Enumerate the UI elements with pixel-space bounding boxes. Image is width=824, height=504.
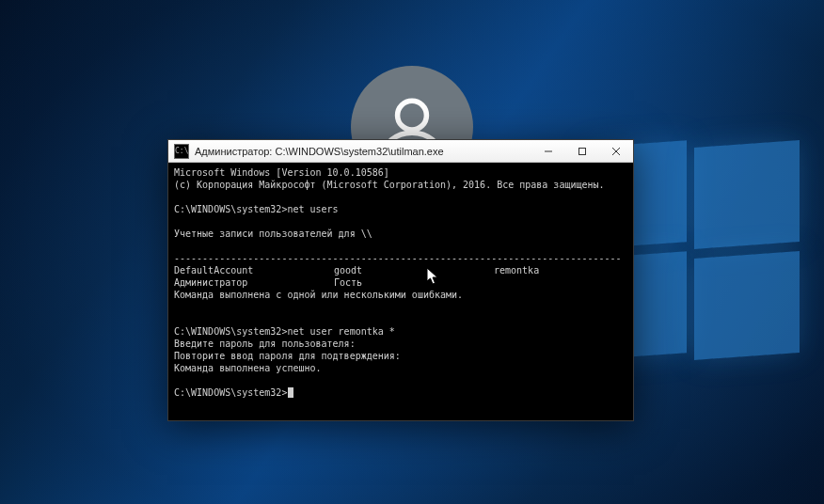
terminal-prompt: C:\WINDOWS\system32> xyxy=(174,386,627,399)
terminal-cursor xyxy=(288,387,293,398)
terminal-line: АдминистраторГость xyxy=(174,276,627,289)
terminal-output[interactable]: Microsoft Windows [Version 10.0.10586](c… xyxy=(168,163,633,420)
titlebar[interactable]: C:\ Администратор: C:\WINDOWS\system32\u… xyxy=(168,140,633,163)
terminal-prompt: C:\WINDOWS\system32>net users xyxy=(174,203,627,215)
terminal-line xyxy=(174,215,627,228)
terminal-line: Команда выполнена с одной или нескольким… xyxy=(174,289,627,301)
minimize-button[interactable] xyxy=(531,140,565,162)
terminal-line: Учетные записи пользователей для \\ xyxy=(174,228,627,240)
terminal-line: Команда выполнена успешно. xyxy=(174,362,627,374)
window-title: Администратор: C:\WINDOWS\system32\utilm… xyxy=(195,146,531,157)
terminal-line xyxy=(174,240,627,252)
svg-rect-2 xyxy=(579,148,586,154)
close-button[interactable] xyxy=(599,140,633,162)
maximize-icon xyxy=(578,147,587,156)
terminal-divider: ----------------------------------------… xyxy=(174,252,627,264)
terminal-line xyxy=(174,301,627,313)
cmd-window[interactable]: C:\ Администратор: C:\WINDOWS\system32\u… xyxy=(167,139,634,421)
close-icon xyxy=(611,147,621,156)
svg-point-0 xyxy=(398,101,427,130)
terminal-line: Повторите ввод пароля для подтверждения: xyxy=(174,350,627,362)
terminal-line xyxy=(174,313,627,325)
terminal-line: Введите пароль для пользователя: xyxy=(174,338,627,350)
minimize-icon xyxy=(544,147,553,156)
terminal-line: DefaultAccountgoodtremontka xyxy=(174,264,627,276)
terminal-line xyxy=(174,374,627,386)
maximize-button[interactable] xyxy=(565,140,599,162)
desktop: C:\ Администратор: C:\WINDOWS\system32\u… xyxy=(0,0,824,504)
window-controls xyxy=(531,140,633,162)
terminal-line xyxy=(174,191,627,203)
terminal-line: (c) Корпорация Майкрософт (Microsoft Cor… xyxy=(174,179,627,191)
cmd-icon: C:\ xyxy=(174,144,189,159)
terminal-line: Microsoft Windows [Version 10.0.10586] xyxy=(174,166,627,179)
terminal-prompt: C:\WINDOWS\system32>net user remontka * xyxy=(174,325,627,338)
